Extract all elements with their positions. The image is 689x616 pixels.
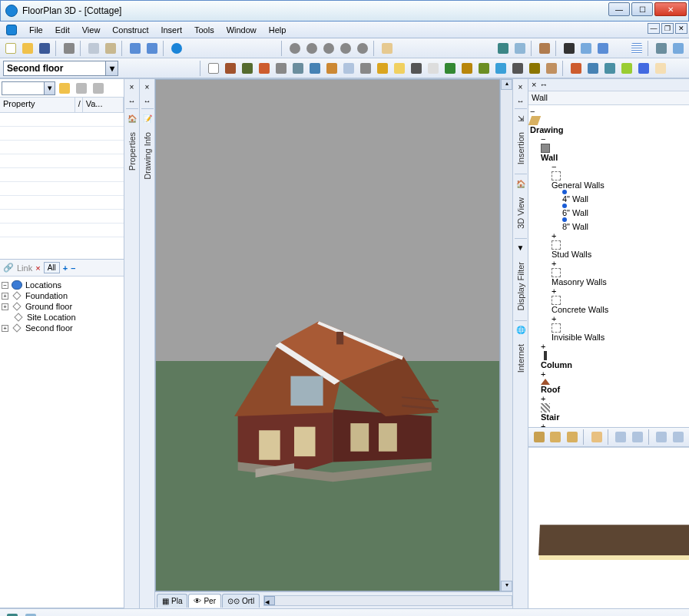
menu-tools[interactable]: Tools bbox=[188, 24, 220, 36]
undo-button[interactable] bbox=[128, 41, 143, 56]
measure-button[interactable] bbox=[23, 611, 38, 616]
expand-toggle[interactable]: + bbox=[2, 325, 8, 332]
expand-toggle[interactable]: + bbox=[552, 286, 687, 296]
symbol-tool[interactable] bbox=[459, 61, 475, 76]
estimate-button[interactable] bbox=[653, 61, 668, 76]
menu-view[interactable]: View bbox=[76, 24, 107, 36]
locations-tree[interactable]: −Locations +Foundation +Ground floor Sit… bbox=[0, 277, 124, 608]
tree-wall-6[interactable]: 6" Wall bbox=[562, 208, 588, 217]
lighting-tool[interactable] bbox=[392, 61, 407, 76]
property-col-value[interactable]: Va... bbox=[83, 98, 124, 112]
tree-wall-8[interactable]: 8" Wall bbox=[562, 222, 588, 231]
snap-button[interactable] bbox=[654, 41, 669, 56]
expand-toggle[interactable]: − bbox=[530, 107, 687, 116]
tree-wall-4[interactable]: 4" Wall bbox=[562, 194, 588, 204]
copy-button[interactable] bbox=[86, 41, 101, 56]
fence-tool[interactable] bbox=[527, 61, 542, 76]
panel-close-icon[interactable]: × bbox=[515, 81, 527, 93]
tree-invisible-walls[interactable]: Invisible Walls bbox=[552, 333, 605, 342]
auto-roof-button[interactable] bbox=[568, 61, 584, 76]
select-tool[interactable] bbox=[206, 61, 221, 76]
menu-edit[interactable]: Edit bbox=[49, 24, 76, 36]
swimming-pool-tool[interactable] bbox=[493, 61, 508, 76]
house-wizard-button[interactable] bbox=[585, 61, 601, 76]
insert-btn-4[interactable] bbox=[589, 429, 605, 445]
pan-button[interactable] bbox=[379, 41, 395, 56]
plumbing-tool[interactable] bbox=[358, 61, 373, 76]
insertion-tree[interactable]: −Drawing −Wall −General Walls 4" Wall 6"… bbox=[528, 105, 689, 427]
insert-btn-8[interactable] bbox=[671, 429, 686, 445]
insert-btn-6[interactable] bbox=[630, 429, 645, 445]
options-button[interactable] bbox=[671, 41, 686, 56]
tree-stud-walls[interactable]: Stud Walls bbox=[552, 250, 591, 259]
header-button[interactable] bbox=[636, 61, 651, 76]
path-tool[interactable] bbox=[544, 61, 559, 76]
property-grid-header[interactable]: Property / Va... bbox=[0, 98, 124, 113]
tab-ortho[interactable]: ⊙⊙Ortl bbox=[222, 594, 260, 608]
help-button[interactable] bbox=[169, 41, 184, 56]
expand-toggle[interactable]: − bbox=[552, 162, 687, 171]
panel-expand-icon[interactable]: ↔ bbox=[126, 94, 138, 107]
floor-combobox[interactable]: Second floor ▾ bbox=[3, 61, 118, 76]
property-btn2[interactable] bbox=[74, 81, 89, 96]
open-button[interactable] bbox=[20, 41, 35, 56]
mdi-system-icon[interactable] bbox=[6, 25, 17, 35]
expand-toggle[interactable]: + bbox=[552, 314, 687, 323]
tree-drawing[interactable]: Drawing bbox=[530, 125, 563, 134]
dimension-tool[interactable] bbox=[426, 61, 441, 76]
expand-toggle[interactable]: + bbox=[2, 303, 8, 310]
internet-icon[interactable]: 🌐 bbox=[515, 324, 527, 336]
expand-toggle[interactable]: + bbox=[541, 369, 687, 379]
insert-btn-3[interactable] bbox=[565, 429, 580, 445]
display-filter-tab[interactable]: Display Filter bbox=[516, 254, 525, 319]
window-maximize-button[interactable]: ☐ bbox=[631, 2, 653, 16]
layers-button[interactable] bbox=[595, 41, 611, 56]
new-button[interactable] bbox=[3, 41, 18, 56]
internet-tab[interactable]: Internet bbox=[516, 336, 525, 380]
property-col-name[interactable]: Property bbox=[0, 98, 75, 112]
grid-button[interactable] bbox=[629, 41, 644, 56]
scroll-left-button[interactable]: ◂ bbox=[264, 596, 275, 605]
expand-toggle[interactable]: − bbox=[541, 134, 687, 144]
electrical-tool[interactable] bbox=[375, 61, 390, 76]
panel-expand-icon[interactable]: ↔ bbox=[515, 94, 527, 107]
panel-expand-icon[interactable]: ↔ bbox=[539, 80, 548, 90]
3d-view-button[interactable] bbox=[495, 41, 511, 56]
tab-plan[interactable]: ▦Pla bbox=[157, 594, 187, 608]
appliance-tool[interactable] bbox=[341, 61, 356, 76]
property-grid[interactable] bbox=[0, 113, 124, 259]
tree-roof[interactable]: Roof bbox=[541, 385, 560, 394]
tab-perspective[interactable]: 👁Per bbox=[188, 594, 221, 608]
furniture-tool[interactable] bbox=[290, 61, 306, 76]
menu-window[interactable]: Window bbox=[220, 24, 263, 36]
insertion-preview[interactable] bbox=[528, 447, 689, 608]
locations-delete-button[interactable]: × bbox=[35, 263, 40, 273]
insert-btn-2[interactable] bbox=[548, 429, 564, 445]
expand-toggle[interactable]: + bbox=[552, 231, 687, 240]
window-close-button[interactable]: ✕ bbox=[654, 2, 687, 16]
home-icon[interactable]: 🏠 bbox=[126, 112, 138, 124]
menu-help[interactable]: Help bbox=[263, 24, 293, 36]
decorate-button[interactable] bbox=[619, 61, 634, 76]
locations-remove-button[interactable]: – bbox=[71, 263, 75, 273]
properties-tab[interactable]: Properties bbox=[128, 124, 137, 178]
zoom-previous-button[interactable] bbox=[355, 41, 370, 56]
locations-link-label[interactable]: Link bbox=[17, 263, 32, 273]
window-tool[interactable] bbox=[324, 61, 340, 76]
3dview-tab[interactable]: 3D View bbox=[516, 190, 525, 237]
mdi-minimize-button[interactable]: — bbox=[648, 23, 660, 34]
menu-construct[interactable]: Construct bbox=[106, 24, 154, 36]
locations-item[interactable]: Site Location bbox=[27, 313, 76, 322]
property-btn3[interactable] bbox=[91, 81, 106, 96]
edit-mode-button[interactable] bbox=[561, 41, 577, 56]
zoom-in-button[interactable] bbox=[287, 41, 303, 56]
doc-icon[interactable]: 📝 bbox=[141, 112, 154, 124]
wall-tool[interactable] bbox=[223, 61, 238, 76]
property-col-sort[interactable]: / bbox=[75, 98, 83, 112]
panel-close-icon[interactable]: × bbox=[141, 81, 154, 93]
expand-toggle[interactable]: + bbox=[541, 394, 687, 403]
property-btn1[interactable] bbox=[57, 81, 72, 96]
tree-concrete-walls[interactable]: Concrete Walls bbox=[552, 305, 608, 314]
insert-btn-7[interactable] bbox=[654, 429, 670, 445]
scroll-up-button[interactable]: ▴ bbox=[501, 79, 512, 90]
